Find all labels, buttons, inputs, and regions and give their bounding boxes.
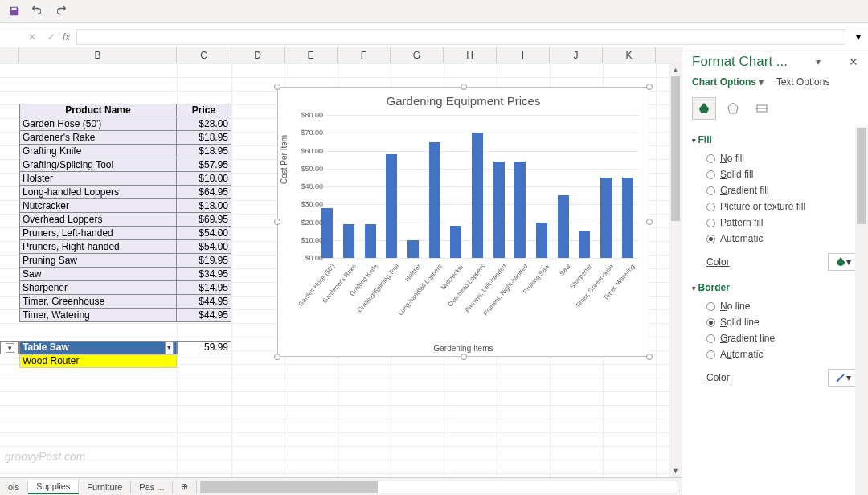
cell-product-name[interactable]: Long-handled Loppers (19, 186, 177, 199)
cell-product-name[interactable]: Holster (19, 172, 177, 186)
radio-gradient-line[interactable]: Gradient line (692, 330, 858, 346)
chart-title[interactable]: Gardening Equipment Prices (278, 88, 649, 111)
cell-price[interactable]: $18.00 (177, 199, 231, 213)
chart-bar[interactable] (536, 223, 547, 258)
cell-product-name[interactable]: Timer, Watering (19, 309, 177, 322)
radio-no-fill[interactable]: No fill (692, 150, 858, 166)
cell-product-name[interactable]: Grafting/Splicing Tool (19, 158, 177, 172)
horizontal-scrollbar[interactable] (200, 481, 678, 493)
chart-bar[interactable] (600, 178, 612, 258)
cell-product-name[interactable]: Nutcracker (19, 199, 177, 213)
col-header[interactable]: I (497, 47, 550, 63)
header-price[interactable]: Price (177, 104, 231, 117)
table-row[interactable]: Nutcracker$18.00 (19, 199, 231, 213)
formula-input[interactable] (76, 29, 845, 45)
pane-close-button[interactable]: ✕ (849, 55, 858, 68)
table-row[interactable]: Saw$34.95 (19, 268, 231, 281)
cell-price[interactable]: $14.95 (177, 281, 231, 295)
chart-bar[interactable] (407, 240, 419, 258)
sheet-tab[interactable]: Pas ... (131, 481, 173, 493)
table-row[interactable]: Grafting Knife$18.95 (19, 145, 231, 158)
tab-text-options[interactable]: Text Options (776, 76, 830, 88)
cell-price[interactable]: $54.00 (177, 227, 231, 240)
cell-product-name[interactable]: Pruning Saw (19, 254, 177, 268)
radio-automatic-fill[interactable]: Automatic (692, 231, 858, 247)
cell-price[interactable]: $28.00 (177, 117, 231, 131)
radio-picture-fill[interactable]: Picture or texture fill (692, 198, 858, 215)
chart-bar[interactable] (514, 162, 526, 258)
table-row[interactable]: Holster$10.00 (19, 172, 231, 186)
col-header[interactable]: D (231, 47, 285, 63)
size-properties-icon[interactable] (750, 97, 774, 120)
border-color-button[interactable]: ▾ (828, 369, 858, 387)
cell-product-name[interactable]: Garden Hose (50') (19, 117, 177, 131)
chart-bar[interactable] (365, 224, 376, 258)
chart-bar[interactable] (472, 133, 483, 258)
chart-bar[interactable] (321, 208, 333, 258)
table-row[interactable]: Grafting/Splicing Tool$57.95 (19, 158, 231, 172)
table-row[interactable]: Timer, Watering$44.95 (19, 309, 231, 322)
select-all-corner[interactable] (0, 47, 19, 63)
chart-bar[interactable] (493, 162, 505, 258)
cell-price[interactable]: $57.95 (177, 158, 231, 172)
pane-scrollbar[interactable] (855, 126, 868, 495)
undo-button[interactable] (26, 2, 45, 21)
col-header[interactable]: J (550, 47, 603, 63)
cell-product-name[interactable]: Gardener's Rake (19, 131, 177, 145)
col-header[interactable]: G (391, 47, 444, 63)
cell-product-name[interactable]: Timer, Greenhouse (19, 295, 177, 309)
cell-price[interactable]: $69.95 (177, 213, 231, 227)
cell-price[interactable]: $18.95 (177, 131, 231, 145)
col-header[interactable]: C (177, 47, 231, 63)
chart-bar[interactable] (450, 226, 461, 258)
header-product-name[interactable]: Product Name (19, 104, 177, 117)
cell-price[interactable]: $34.95 (177, 268, 231, 281)
radio-solid-fill[interactable]: Solid fill (692, 166, 858, 182)
cell-price[interactable]: $64.95 (177, 186, 231, 199)
table-row[interactable]: Pruners, Right-handed$54.00 (19, 240, 231, 254)
radio-pattern-fill[interactable]: Pattern fill (692, 215, 858, 231)
section-border-header[interactable]: Border (692, 277, 858, 298)
chart-bar[interactable] (429, 142, 440, 259)
chart-bar[interactable] (558, 195, 569, 258)
filter-price-cell[interactable]: 59.99 (177, 341, 231, 354)
yellow-cell[interactable]: Wood Router (19, 354, 177, 368)
grid[interactable]: Product Name Price Garden Hose (50')$28.… (0, 63, 682, 477)
col-header[interactable]: K (603, 47, 656, 63)
section-fill-header[interactable]: Fill (692, 129, 858, 150)
chart-bar[interactable] (622, 178, 633, 258)
col-header[interactable]: H (444, 47, 497, 63)
chart-bar[interactable] (343, 224, 354, 258)
row-filter-dropdown[interactable]: ▾ (0, 341, 19, 354)
fx-icon[interactable]: fx (63, 31, 70, 43)
chart-bar[interactable] (386, 154, 397, 258)
cell-product-name[interactable]: Overhead Loppers (19, 213, 177, 227)
sheet-tab[interactable]: Furniture (79, 481, 131, 493)
formula-enter-icon[interactable]: ✓ (43, 29, 59, 45)
radio-solid-line[interactable]: Solid line (692, 314, 858, 330)
col-header[interactable]: B (19, 47, 177, 63)
add-sheet-button[interactable]: ⊕ (173, 480, 197, 493)
cell-product-name[interactable]: Sharpener (19, 281, 177, 295)
col-header[interactable]: E (285, 47, 338, 63)
table-row[interactable]: Garden Hose (50')$28.00 (19, 117, 231, 131)
radio-no-line[interactable]: No line (692, 298, 858, 314)
fill-color-button[interactable]: ▾ (828, 253, 858, 271)
cell-price[interactable]: $54.00 (177, 240, 231, 254)
chart-object[interactable]: Gardening Equipment Prices Cost Per Item… (277, 87, 649, 357)
table-row[interactable]: Timer, Greenhouse$44.95 (19, 295, 231, 309)
radio-automatic-line[interactable]: Automatic (692, 346, 858, 362)
cell-product-name[interactable]: Grafting Knife (19, 145, 177, 158)
vertical-scrollbar[interactable]: ▲ ▼ (669, 63, 682, 477)
chart-plot-area[interactable] (317, 115, 638, 258)
tab-chart-options[interactable]: Chart Options ▾ (692, 76, 764, 88)
table-row[interactable]: Sharpener$14.95 (19, 281, 231, 295)
cell-price[interactable]: $44.95 (177, 295, 231, 309)
cell-price[interactable]: $44.95 (177, 309, 231, 322)
cell-product-name[interactable]: Saw (19, 268, 177, 281)
filter-dropdown-icon[interactable]: ▾ (165, 341, 174, 354)
table-row[interactable]: Gardener's Rake$18.95 (19, 131, 231, 145)
save-button[interactable] (5, 2, 24, 21)
cell-price[interactable]: $10.00 (177, 172, 231, 186)
chart-y-axis-label[interactable]: Cost Per Item (280, 135, 289, 184)
